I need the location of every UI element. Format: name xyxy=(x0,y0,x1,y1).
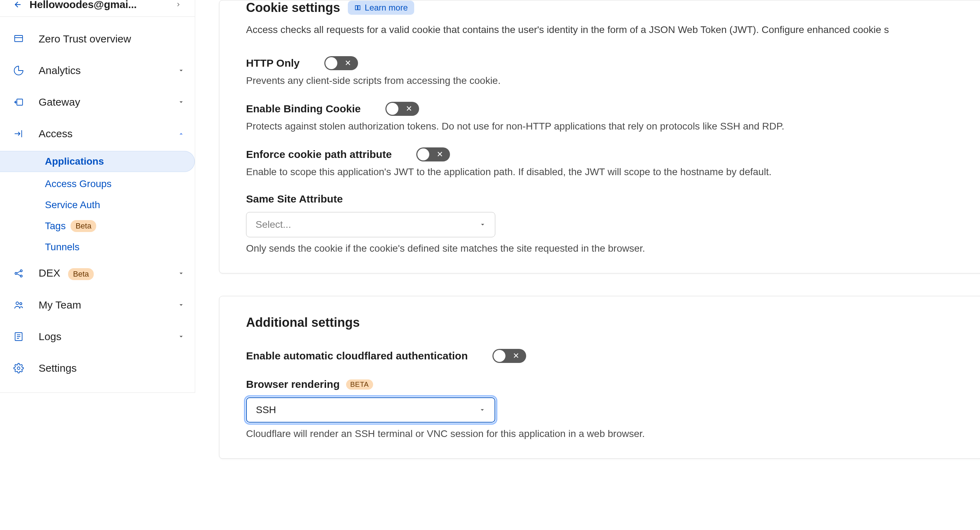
x-icon: ✕ xyxy=(406,105,412,113)
binding-cookie-label: Enable Binding Cookie xyxy=(246,103,361,115)
dex-icon xyxy=(13,268,24,279)
binding-cookie-toggle[interactable]: ✕ xyxy=(385,102,419,116)
sidebar-sublabel: Service Auth xyxy=(45,199,100,211)
samesite-desc: Only sends the cookie if the cookie's de… xyxy=(246,243,980,254)
additional-settings-card: Additional settings Enable automatic clo… xyxy=(219,296,980,459)
sidebar-label: Zero Trust overview xyxy=(38,33,184,45)
svg-point-10 xyxy=(16,302,19,305)
sidebar-sublabel: Tags xyxy=(45,220,66,232)
http-only-toggle[interactable]: ✕ xyxy=(325,56,358,70)
logs-icon xyxy=(13,331,24,342)
sidebar-item-overview[interactable]: Zero Trust overview xyxy=(0,23,195,55)
sidebar-item-tags[interactable]: Tags Beta xyxy=(0,215,195,237)
chevron-down-icon xyxy=(178,302,184,308)
sidebar-sublabel: Access Groups xyxy=(45,178,111,189)
svg-marker-5 xyxy=(180,133,183,135)
binding-cookie-desc: Protects against stolen authorization to… xyxy=(246,121,980,132)
cookie-settings-card: Cookie settings Learn more Access checks… xyxy=(219,0,980,274)
sidebar-item-tunnels[interactable]: Tunnels xyxy=(0,237,195,258)
chevron-down-icon xyxy=(178,99,184,105)
sidebar-label: Gateway xyxy=(38,96,178,108)
caret-down-icon xyxy=(479,221,486,228)
beta-badge: Beta xyxy=(68,268,94,280)
svg-marker-4 xyxy=(180,102,183,103)
chevron-right-icon xyxy=(175,2,181,8)
sidebar-label: My Team xyxy=(38,299,178,311)
browser-rendering-setting: Browser rendering BETA SSH Cloudflare wi… xyxy=(246,378,980,439)
learn-more-link[interactable]: Learn more xyxy=(348,1,414,15)
sidebar-item-service-auth[interactable]: Service Auth xyxy=(0,194,195,215)
binding-cookie-setting: Enable Binding Cookie ✕ Protects against… xyxy=(246,102,980,132)
gateway-icon xyxy=(13,97,24,107)
http-only-label: HTTP Only xyxy=(246,57,300,69)
sidebar-label: Access xyxy=(38,128,178,140)
access-submenu: Applications Access Groups Service Auth … xyxy=(0,150,195,258)
svg-marker-9 xyxy=(180,273,183,274)
book-icon xyxy=(354,4,361,11)
cookie-path-label: Enforce cookie path attribute xyxy=(246,148,392,161)
svg-point-6 xyxy=(15,272,17,274)
http-only-setting: HTTP Only ✕ Prevents any client-side scr… xyxy=(246,56,980,86)
cookie-path-toggle[interactable]: ✕ xyxy=(416,147,450,161)
x-icon: ✕ xyxy=(513,352,519,360)
svg-point-18 xyxy=(17,367,20,369)
sidebar-sublabel: Applications xyxy=(45,156,104,167)
auto-cloudflared-toggle[interactable]: ✕ xyxy=(492,349,526,363)
account-switcher[interactable]: Hellowoodes@gmai... xyxy=(0,0,195,17)
sidebar-item-analytics[interactable]: Analytics xyxy=(0,55,195,86)
browser-rendering-desc: Cloudflare will render an SSH terminal o… xyxy=(246,428,980,439)
sidebar-label-text: DEX xyxy=(38,267,60,279)
svg-marker-2 xyxy=(180,70,183,72)
account-email: Hellowoodes@gmai... xyxy=(30,0,168,11)
browser-rendering-select[interactable]: SSH xyxy=(246,397,495,423)
sidebar-item-dex[interactable]: DEX Beta xyxy=(0,258,195,289)
sidebar-label: Analytics xyxy=(38,65,178,76)
svg-point-7 xyxy=(21,270,22,272)
chevron-up-icon xyxy=(178,131,184,137)
sidebar-item-logs[interactable]: Logs xyxy=(0,321,195,352)
svg-marker-12 xyxy=(180,304,183,306)
sidebar-item-gateway[interactable]: Gateway xyxy=(0,86,195,118)
caret-down-icon xyxy=(479,407,485,413)
cookie-settings-title: Cookie settings xyxy=(246,0,340,15)
samesite-placeholder: Select... xyxy=(256,219,291,230)
sidebar-item-access-groups[interactable]: Access Groups xyxy=(0,173,195,194)
x-icon: ✕ xyxy=(437,151,443,158)
auto-cloudflared-setting: Enable automatic cloudflared authenticat… xyxy=(246,349,980,363)
gear-icon xyxy=(13,363,24,374)
cookie-path-desc: Enable to scope this application's JWT t… xyxy=(246,166,980,178)
team-icon xyxy=(13,300,24,310)
cookie-settings-header: Cookie settings Learn more xyxy=(246,0,980,15)
sidebar-label: Settings xyxy=(38,362,184,374)
sidebar-label: DEX Beta xyxy=(38,267,178,280)
svg-marker-20 xyxy=(481,409,484,411)
cookie-path-setting: Enforce cookie path attribute ✕ Enable t… xyxy=(246,147,980,178)
chevron-down-icon xyxy=(178,67,184,74)
auto-cloudflared-label: Enable automatic cloudflared authenticat… xyxy=(246,350,468,362)
browser-rendering-select-wrap: SSH xyxy=(246,397,495,423)
sidebar-item-access[interactable]: Access xyxy=(0,118,195,150)
svg-marker-17 xyxy=(180,336,183,337)
samesite-setting: Same Site Attribute Select... Only sends… xyxy=(246,193,980,254)
learn-more-text: Learn more xyxy=(365,3,408,13)
sidebar-item-applications[interactable]: Applications xyxy=(0,151,195,172)
cookie-settings-description: Access checks all requests for a valid c… xyxy=(246,23,980,37)
samesite-label: Same Site Attribute xyxy=(246,193,343,205)
sidebar-item-my-team[interactable]: My Team xyxy=(0,289,195,321)
pie-chart-icon xyxy=(13,65,24,76)
sidebar-sublabel: Tunnels xyxy=(45,242,80,253)
samesite-select[interactable]: Select... xyxy=(246,212,495,237)
chevron-down-icon xyxy=(178,270,184,277)
sidebar-label: Logs xyxy=(38,331,178,342)
browser-rendering-value: SSH xyxy=(256,404,276,415)
svg-rect-0 xyxy=(15,35,23,42)
main-content: Cookie settings Learn more Access checks… xyxy=(195,0,980,530)
svg-rect-3 xyxy=(17,99,22,105)
sidebar-item-settings[interactable]: Settings xyxy=(0,352,195,384)
browser-rendering-label: Browser rendering xyxy=(246,378,340,390)
sidebar: Hellowoodes@gmai... Zero Trust overview … xyxy=(0,0,195,393)
svg-point-11 xyxy=(20,302,22,305)
x-icon: ✕ xyxy=(345,59,351,67)
additional-settings-title: Additional settings xyxy=(246,315,980,330)
access-icon xyxy=(13,129,24,139)
